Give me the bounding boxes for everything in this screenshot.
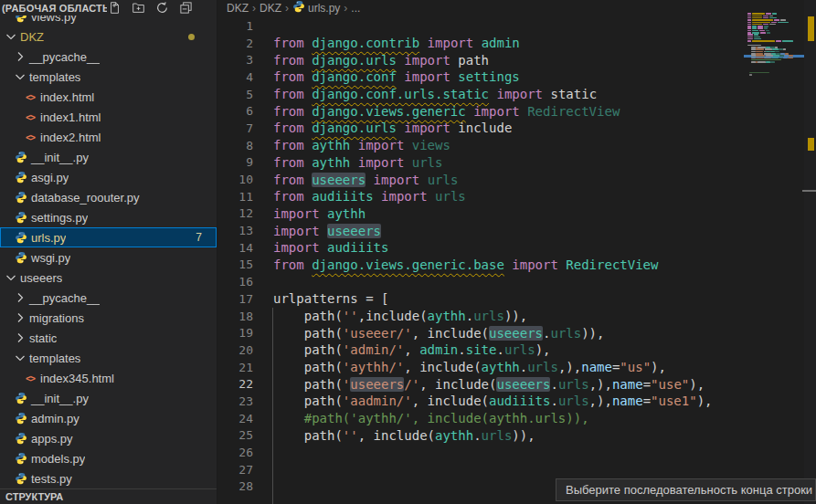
line-number[interactable]: 12	[217, 206, 253, 220]
outline-label: СТРУКТУРА	[5, 491, 63, 502]
tree-item-pycache[interactable]: __pycache__	[0, 288, 217, 308]
line-number[interactable]: 10	[217, 173, 253, 186]
code-line-26[interactable]: 26	[217, 444, 745, 461]
code-line-8[interactable]: 8from aythh import views	[217, 137, 745, 154]
code-line-23[interactable]: 23 path('aadmin/', include(audiiits.urls…	[217, 393, 745, 410]
minimap-line	[769, 16, 773, 17]
line-number[interactable]: 6	[217, 104, 253, 118]
overview-ruler[interactable]	[804, 0, 816, 504]
breadcrumb-item-dkz[interactable]: DKZ	[260, 2, 281, 15]
code-line-27[interactable]: 27	[217, 461, 745, 478]
line-number[interactable]: 19	[217, 326, 253, 340]
code-line-14[interactable]: 14import audiiits	[217, 239, 745, 257]
tree-item-urls-py[interactable]: urls.py7	[0, 227, 217, 247]
line-number[interactable]: 1	[217, 19, 253, 33]
tree-item-init-py[interactable]: __init__.py	[0, 147, 217, 167]
line-number[interactable]: 3	[217, 53, 253, 67]
tree-item-migrations[interactable]: migrations	[0, 308, 217, 328]
tree-item-asgi-py[interactable]: asgi.py	[0, 167, 217, 187]
tree-item-useeers[interactable]: useeers	[0, 268, 217, 288]
code-line-21[interactable]: 21 path('aythh/', include(aythh.urls,),n…	[217, 359, 745, 376]
line-number[interactable]: 9	[217, 155, 253, 169]
code-line-1[interactable]: 1	[217, 17, 745, 35]
code-line-2[interactable]: 2from django.contrib import admin	[217, 35, 745, 52]
code-area[interactable]: 12from django.contrib import admin3from …	[217, 17, 745, 495]
line-number[interactable]: 4	[217, 70, 253, 84]
line-number[interactable]: 2	[217, 37, 253, 50]
workspace-section-header[interactable]: (РАБОЧАЯ ОБЛАСТЬ) ...	[0, 0, 217, 16]
code-line-6[interactable]: 6from django.views.generic import Redire…	[217, 102, 745, 120]
line-number[interactable]: 28	[217, 479, 253, 493]
line-number[interactable]: 21	[217, 361, 253, 374]
minimap-line	[772, 48, 779, 50]
code-line-25[interactable]: 25 path('', include(aythh.urls)),	[217, 427, 745, 445]
code-line-16[interactable]: 16	[217, 273, 745, 290]
code-line-22[interactable]: 22 path('useeers/', include(useeers.urls…	[217, 375, 745, 393]
code-line-10[interactable]: 10from useeers import urls	[217, 171, 745, 188]
code-line-17[interactable]: 17urlpatterns = [	[217, 290, 745, 308]
new-file-icon[interactable]	[107, 1, 122, 16]
breadcrumb-item-dkz[interactable]: DKZ	[227, 2, 249, 15]
line-number[interactable]: 20	[217, 343, 253, 357]
tree-item-index-html[interactable]: <>index.html	[0, 87, 217, 107]
new-folder-icon[interactable]	[131, 1, 145, 16]
tree-item-static[interactable]: static	[0, 328, 217, 348]
minimap[interactable]	[746, 7, 804, 126]
code-line-4[interactable]: 4from django.conf import settings	[217, 68, 745, 86]
code-line-7[interactable]: 7from django.urls import include	[217, 120, 745, 137]
code-line-12[interactable]: 12import aythh	[217, 205, 745, 223]
line-number[interactable]: 23	[217, 394, 253, 408]
code-line-20[interactable]: 20 path('admin/', admin.site.urls),	[217, 341, 745, 359]
refresh-icon[interactable]	[154, 1, 169, 16]
tree-item-database-roouter-py[interactable]: database_roouter.py	[0, 187, 217, 207]
tree-item-pycache[interactable]: __pycache__	[0, 47, 217, 67]
tree-item-templates[interactable]: templates	[0, 348, 217, 368]
line-number[interactable]: 22	[217, 377, 253, 391]
tree-item-settings-py[interactable]: settings.py	[0, 207, 217, 227]
tree-item-index345-html[interactable]: <>index345.html	[0, 368, 217, 388]
code-line-13[interactable]: 13import useeers	[217, 222, 745, 239]
code-line-3[interactable]: 3from django.urls import path	[217, 51, 745, 68]
line-number[interactable]: 14	[217, 241, 253, 255]
code-line-15[interactable]: 15from django.views.generic.base import …	[217, 257, 745, 274]
tree-item-models-py[interactable]: models.py	[0, 448, 217, 468]
code-line-5[interactable]: 5from django.conf.urls.static import sta…	[217, 86, 745, 103]
breadcrumb-item-[interactable]: ...	[351, 2, 360, 15]
minimap-line	[782, 40, 793, 42]
line-number[interactable]: 15	[217, 257, 253, 271]
collapse-all-icon[interactable]	[178, 1, 193, 16]
line-number[interactable]: 25	[217, 428, 253, 442]
line-number[interactable]: 27	[217, 463, 253, 477]
tree-item-templates[interactable]: templates	[0, 67, 217, 87]
outline-section-header[interactable]: СТРУКТУРА	[0, 488, 217, 504]
line-number[interactable]: 13	[217, 224, 253, 237]
line-number[interactable]: 26	[217, 446, 253, 459]
line-number[interactable]: 24	[217, 412, 253, 425]
code-line-24[interactable]: 24 #path('aythh/', include(aythh.urls)),	[217, 410, 745, 427]
breadcrumb-item-urls-py[interactable]: urls.py	[292, 0, 340, 16]
tree-item-init-py[interactable]: __init__.py	[0, 388, 217, 408]
tree-item-admin-py[interactable]: admin.py	[0, 408, 217, 428]
tree-item-tests-py[interactable]: tests.py	[0, 468, 217, 488]
tree-item-wsgi-py[interactable]: wsgi.py	[0, 247, 217, 268]
tree-item-dkz[interactable]: DKZ	[0, 26, 217, 47]
line-number[interactable]: 5	[217, 88, 253, 101]
code-line-9[interactable]: 9from aythh import urls	[217, 154, 745, 172]
tree-item-apps-py[interactable]: apps.py	[0, 428, 217, 448]
code-line-11[interactable]: 11from audiiits import urls	[217, 188, 745, 205]
code-line-18[interactable]: 18 path('',include(aythh.urls)),	[217, 308, 745, 325]
code-line-text: from audiiits import urls	[253, 189, 466, 204]
tree-item-index2-html[interactable]: <>index2.html	[0, 127, 217, 147]
line-number[interactable]: 8	[217, 139, 253, 152]
line-number[interactable]: 18	[217, 310, 253, 323]
line-number[interactable]: 7	[217, 121, 253, 135]
minimap-line	[764, 27, 768, 29]
tree-item-label: useeers	[18, 271, 62, 285]
chevron-down-icon	[4, 29, 18, 44]
editor-pane[interactable]: DKZ›DKZ›urls.py›... 12from django.contri…	[217, 0, 816, 504]
tree-item-index1-html[interactable]: <>index1.html	[0, 107, 217, 127]
line-number[interactable]: 16	[217, 275, 253, 289]
line-number[interactable]: 17	[217, 292, 253, 306]
code-line-19[interactable]: 19 path('useeer/', include(useeers.urls)…	[217, 324, 745, 341]
line-number[interactable]: 11	[217, 190, 253, 204]
